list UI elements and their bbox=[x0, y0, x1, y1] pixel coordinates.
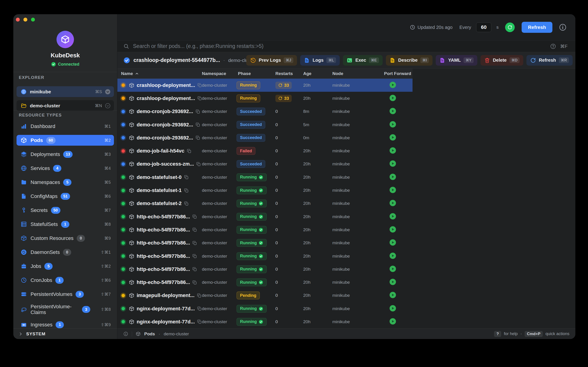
refresh-button[interactable]: Refresh bbox=[522, 22, 552, 33]
delete-button[interactable]: Delete⌘D bbox=[481, 55, 523, 66]
column-header-port-forward[interactable]: Port Forward bbox=[381, 71, 413, 76]
zoom-button[interactable] bbox=[31, 18, 35, 22]
port-forward-button[interactable] bbox=[389, 318, 397, 325]
table-row[interactable]: demo-statefulset-1demo-clusterRunning020… bbox=[117, 184, 413, 197]
port-forward-button[interactable] bbox=[389, 147, 397, 154]
port-forward-button[interactable] bbox=[389, 121, 397, 128]
sidebar-item-namespaces[interactable]: Namespaces5⌘5 bbox=[17, 177, 114, 188]
pod-name: demo-statefulset-0 bbox=[137, 174, 182, 180]
copy-icon[interactable] bbox=[192, 214, 197, 219]
help-icon[interactable] bbox=[550, 43, 556, 50]
column-header-age[interactable]: Age bbox=[300, 71, 330, 76]
sidebar-item-daemonsets[interactable]: DaemonSets0⇧⌘1 bbox=[17, 247, 114, 258]
port-forward-button[interactable] bbox=[389, 265, 397, 273]
table-row[interactable]: nginx-deployment-77d...demo-clusterRunni… bbox=[117, 302, 413, 315]
search-input[interactable] bbox=[133, 43, 546, 49]
column-header-node[interactable]: Node bbox=[330, 71, 381, 76]
refresh-button[interactable]: Refresh⌘R bbox=[527, 55, 573, 66]
shortcut-hint: ⌘5 bbox=[104, 180, 111, 185]
port-forward-button[interactable] bbox=[389, 199, 397, 207]
table-row[interactable]: demo-job-success-zm...demo-clusterSuccee… bbox=[117, 158, 413, 171]
sidebar-item-label: Jobs bbox=[31, 263, 41, 269]
sidebar-item-deployments[interactable]: Deployments13⌘3 bbox=[17, 149, 114, 160]
column-header-phase[interactable]: Phase bbox=[235, 71, 273, 76]
sidebar-item-persistentvolumes[interactable]: PersistentVolumes3⇧⌘7 bbox=[17, 289, 114, 300]
pod-node: minikube bbox=[330, 161, 381, 167]
table-row[interactable]: crashloop-deployment...demo-clusterRunni… bbox=[117, 79, 413, 92]
column-header-restarts[interactable]: Restarts bbox=[273, 71, 300, 76]
port-forward-button[interactable] bbox=[389, 160, 397, 167]
copy-icon[interactable] bbox=[187, 149, 191, 153]
sidebar-item-cronjobs[interactable]: CronJobs1⇧⌘6 bbox=[17, 275, 114, 286]
copy-icon[interactable] bbox=[184, 175, 189, 180]
port-forward-button[interactable] bbox=[389, 186, 397, 194]
logs-button[interactable]: Logs⌘L bbox=[300, 55, 340, 66]
table-row[interactable]: demo-statefulset-2demo-clusterRunning020… bbox=[117, 197, 413, 210]
copy-icon[interactable] bbox=[184, 201, 189, 206]
status-bar: Pods · demo-cluster ? for help · Cmd+P q… bbox=[117, 328, 575, 339]
sidebar-item-jobs[interactable]: Jobs5⇧⌘2 bbox=[17, 261, 114, 272]
copy-icon[interactable] bbox=[192, 267, 197, 272]
copy-icon[interactable] bbox=[184, 188, 189, 193]
port-forward-button[interactable] bbox=[389, 239, 397, 246]
prev-logs-button[interactable]: Prev Logs⌘J bbox=[246, 55, 297, 66]
table-row[interactable]: http-echo-54f977b86...demo-clusterRunnin… bbox=[117, 250, 413, 263]
table-row[interactable]: http-echo-54f977b86...demo-clusterRunnin… bbox=[117, 236, 413, 250]
sidebar-item-persistentvolume-claims[interactable]: PersistentVolume-Claims3⇧⌘8 bbox=[17, 303, 114, 316]
table-row[interactable]: demo-job-fail-h54vcdemo-clusterFailed020… bbox=[117, 144, 413, 157]
refresh-interval-input[interactable] bbox=[476, 23, 491, 32]
minimize-button[interactable] bbox=[23, 18, 27, 22]
table-row[interactable]: http-echo-54f977b86...demo-clusterRunnin… bbox=[117, 223, 413, 236]
table-row[interactable]: crashloop-deployment...demo-clusterRunni… bbox=[117, 92, 413, 105]
port-forward-button[interactable] bbox=[389, 305, 397, 312]
copy-icon[interactable] bbox=[192, 241, 197, 245]
chevron-down-circle-icon[interactable] bbox=[105, 89, 111, 95]
table-row[interactable]: demo-cronjob-293692...demo-clusterSuccee… bbox=[117, 118, 413, 131]
copy-icon[interactable] bbox=[192, 254, 197, 259]
table-row[interactable]: nginx-deployment-77d...demo-clusterRunni… bbox=[117, 315, 413, 328]
column-header-name[interactable]: Name bbox=[117, 71, 199, 76]
port-forward-button[interactable] bbox=[389, 107, 397, 115]
phase-badge: Pending bbox=[237, 292, 260, 299]
sidebar-item-custom-resources[interactable]: Custom Resources0⌘9 bbox=[17, 233, 114, 244]
sidebar-section-system[interactable]: SYSTEM bbox=[13, 328, 117, 339]
exec-button[interactable]: Exec⌘E bbox=[343, 55, 382, 66]
explorer-item-demo-cluster[interactable]: demo-cluster⌘N bbox=[17, 100, 114, 111]
sidebar-item-secrets[interactable]: Secrets50⌘7 bbox=[17, 205, 114, 216]
sidebar-item-configmaps[interactable]: ConfigMaps51⌘6 bbox=[17, 191, 114, 202]
describe-button[interactable]: Describe⌘I bbox=[386, 55, 433, 66]
table-row[interactable]: http-echo-54f977b86...demo-clusterRunnin… bbox=[117, 210, 413, 223]
shortcut-hint: ⌘L bbox=[326, 57, 336, 63]
yaml-button[interactable]: YAML⌘Y bbox=[436, 55, 477, 66]
sidebar-item-pods[interactable]: Pods60⌘2 bbox=[17, 135, 114, 146]
auto-refresh-indicator[interactable] bbox=[505, 23, 515, 32]
port-forward-button[interactable] bbox=[389, 226, 397, 233]
close-button[interactable] bbox=[16, 18, 20, 22]
port-forward-button[interactable] bbox=[389, 291, 397, 299]
copy-icon[interactable] bbox=[192, 227, 197, 232]
port-forward-button[interactable] bbox=[389, 81, 397, 89]
port-forward-button[interactable] bbox=[389, 94, 397, 102]
port-forward-button[interactable] bbox=[389, 134, 397, 141]
table-row[interactable]: demo-cronjob-293692...demo-clusterSuccee… bbox=[117, 105, 413, 118]
explorer-item-minikube[interactable]: minikube⌘S bbox=[17, 86, 114, 97]
copy-icon[interactable] bbox=[192, 280, 197, 285]
table-row[interactable]: demo-statefulset-0demo-clusterRunning020… bbox=[117, 171, 413, 184]
port-forward-button[interactable] bbox=[389, 173, 397, 181]
table-row[interactable]: http-echo-54f977b86...demo-clusterRunnin… bbox=[117, 276, 413, 289]
sidebar-item-statefulsets[interactable]: StatefulSets1⌘8 bbox=[17, 219, 114, 230]
port-forward-button[interactable] bbox=[389, 252, 397, 259]
table-row[interactable]: http-echo-54f977b86...demo-clusterRunnin… bbox=[117, 263, 413, 276]
table-row[interactable]: demo-cronjob-293692...demo-clusterSuccee… bbox=[117, 131, 413, 144]
column-header-namespace[interactable]: Namespace bbox=[199, 71, 235, 76]
info-icon[interactable] bbox=[123, 332, 128, 336]
table-row[interactable]: imagepull-deployment...demo-clusterPendi… bbox=[117, 289, 413, 302]
sidebar-item-ingresses[interactable]: Ingresses1⇧⌘9 bbox=[17, 319, 114, 328]
shortcut-hint: ⌘7 bbox=[104, 208, 111, 213]
info-icon[interactable] bbox=[559, 23, 567, 31]
sidebar-item-dashboard[interactable]: Dashboard⌘1 bbox=[17, 121, 114, 132]
port-forward-button[interactable] bbox=[389, 278, 397, 286]
sidebar-item-services[interactable]: Services4⌘4 bbox=[17, 163, 114, 174]
port-forward-button[interactable] bbox=[389, 213, 397, 220]
chevron-down-circle-icon[interactable] bbox=[105, 103, 111, 109]
